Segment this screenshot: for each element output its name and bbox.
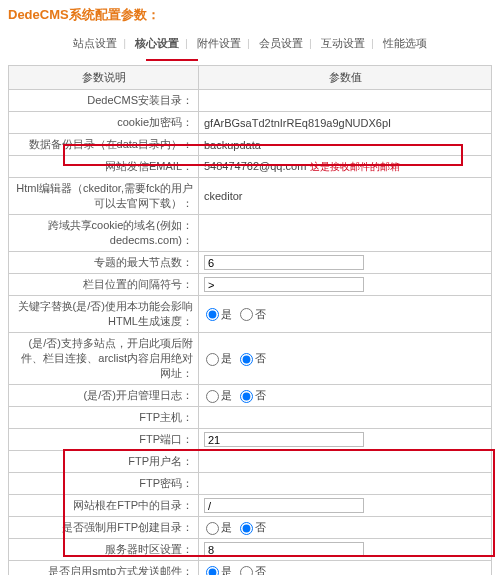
radio-label-yes: 是	[221, 565, 232, 575]
label-editor: Html编辑器（ckeditor,需要fck的用户可以去官网下载）：	[9, 178, 199, 215]
radio-label-no: 否	[255, 308, 266, 320]
radio-kw-yes[interactable]	[206, 308, 219, 321]
label-separator: 栏目位置的间隔符号：	[9, 274, 199, 296]
page-title: DedeCMS系统配置参数：	[0, 0, 500, 30]
active-tab-indicator	[146, 59, 198, 61]
value-cookie-domain	[199, 215, 492, 252]
label-adminlog: (是/否)开启管理日志：	[9, 385, 199, 407]
value-ftp-host	[199, 407, 492, 429]
label-cookie-domain: 跨域共享cookie的域名(例如：dedecms.com)：	[9, 215, 199, 252]
header-param: 参数说明	[9, 66, 199, 90]
radio-label-no: 否	[255, 389, 266, 401]
label-cookie-key: cookie加密码：	[9, 112, 199, 134]
label-ftp-host: FTP主机：	[9, 407, 199, 429]
label-ftp-port: FTP端口：	[9, 429, 199, 451]
highlight-email-row	[63, 144, 463, 166]
highlight-smtp-block	[63, 449, 495, 557]
radio-smtp-no[interactable]	[240, 566, 253, 575]
radio-label-no: 否	[255, 352, 266, 364]
radio-label-yes: 是	[221, 389, 232, 401]
radio-ms-yes[interactable]	[206, 353, 219, 366]
tab-interact[interactable]: 互动设置	[317, 34, 369, 53]
tab-core[interactable]: 核心设置	[131, 34, 183, 53]
tab-attachment[interactable]: 附件设置	[193, 34, 245, 53]
radio-log-no[interactable]	[240, 390, 253, 403]
radio-kw-no[interactable]	[240, 308, 253, 321]
input-separator[interactable]	[204, 277, 364, 292]
label-topic-nodes: 专题的最大节点数：	[9, 252, 199, 274]
value-install-dir	[199, 90, 492, 112]
label-multisite: (是/否)支持多站点，开启此项后附件、栏目连接、arclist内容启用绝对网址：	[9, 333, 199, 385]
radio-label-yes: 是	[221, 308, 232, 320]
label-smtp-enable: 是否启用smtp方式发送邮件：	[9, 561, 199, 576]
radio-label-yes: 是	[221, 352, 232, 364]
radio-ms-no[interactable]	[240, 353, 253, 366]
label-keyword-replace: 关键字替换(是/否)使用本功能会影响HTML生成速度：	[9, 296, 199, 333]
value-editor: ckeditor	[199, 178, 492, 215]
header-value: 参数值	[199, 66, 492, 90]
value-cookie-key: gfArBGsaTd2tnIrREq819a9gNUDX6pI	[199, 112, 492, 134]
input-ftp-port[interactable]	[204, 432, 364, 447]
input-topic-nodes[interactable]	[204, 255, 364, 270]
radio-label-no: 否	[255, 565, 266, 575]
tab-member[interactable]: 会员设置	[255, 34, 307, 53]
label-install-dir: DedeCMS安装目录：	[9, 90, 199, 112]
radio-smtp-yes[interactable]	[206, 566, 219, 575]
tab-performance[interactable]: 性能选项	[379, 34, 431, 53]
tab-bar: 站点设置| 核心设置| 附件设置| 会员设置| 互动设置| 性能选项	[0, 30, 500, 59]
tab-site[interactable]: 站点设置	[69, 34, 121, 53]
radio-log-yes[interactable]	[206, 390, 219, 403]
